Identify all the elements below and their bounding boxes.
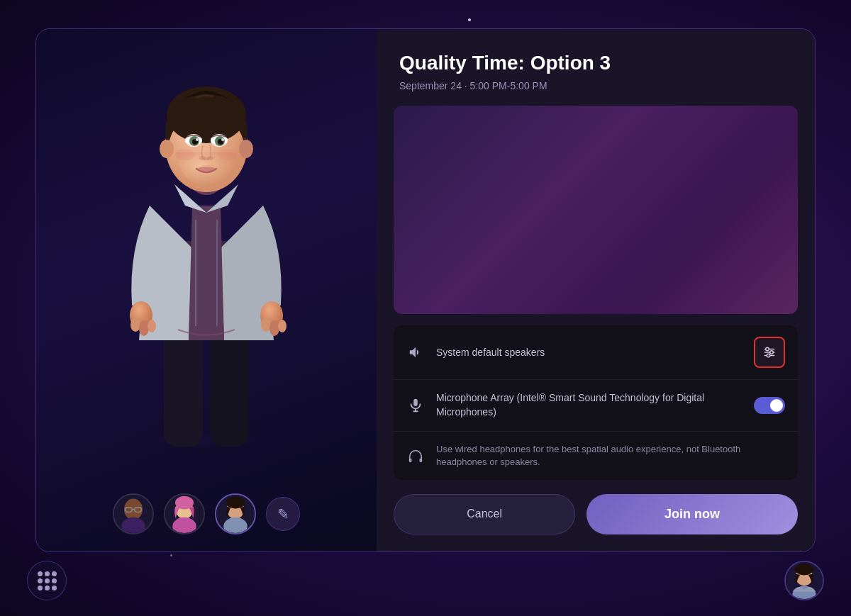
user-avatar-button[interactable] bbox=[784, 561, 824, 600]
left-panel: ✎ bbox=[36, 29, 377, 551]
mic-icon bbox=[406, 398, 425, 413]
grid-dot bbox=[52, 578, 57, 583]
main-card: ✎ Quality Time: Option 3 September 24 · … bbox=[35, 28, 816, 552]
grid-dot bbox=[52, 586, 57, 590]
cancel-button[interactable]: Cancel bbox=[394, 494, 575, 534]
headphones-icon bbox=[406, 448, 425, 464]
toggle-thumb bbox=[770, 399, 783, 412]
grid-dot bbox=[45, 586, 50, 590]
svg-rect-53 bbox=[409, 458, 412, 462]
svg-point-27 bbox=[206, 156, 213, 160]
svg-point-45 bbox=[766, 348, 769, 352]
speaker-settings-action bbox=[754, 337, 785, 368]
grid-icon bbox=[38, 571, 57, 590]
spatial-audio-row: Use wired headphones for the best spatia… bbox=[394, 432, 798, 480]
svg-point-25 bbox=[221, 138, 224, 141]
avatar-selectors: ✎ bbox=[36, 493, 377, 534]
action-bar: Cancel Join now bbox=[377, 480, 815, 551]
grid-dot bbox=[38, 571, 43, 576]
svg-point-57 bbox=[795, 564, 813, 576]
speaker-row: System default speakers bbox=[394, 325, 798, 380]
svg-point-12 bbox=[278, 320, 287, 332]
grid-dot bbox=[45, 578, 50, 583]
svg-point-17 bbox=[239, 140, 253, 158]
event-datetime: September 24 · 5:00 PM-5:00 PM bbox=[399, 80, 792, 91]
svg-point-49 bbox=[767, 354, 770, 358]
svg-point-6 bbox=[130, 318, 140, 332]
svg-point-16 bbox=[160, 140, 174, 158]
grid-dot bbox=[52, 571, 57, 576]
event-header: Quality Time: Option 3 September 24 · 5:… bbox=[377, 29, 815, 106]
mic-toggle-action bbox=[754, 397, 785, 414]
avatar-thumb-3[interactable] bbox=[215, 493, 256, 534]
edit-avatar-button[interactable]: ✎ bbox=[266, 497, 300, 531]
svg-point-0 bbox=[135, 418, 277, 447]
audio-settings-button[interactable] bbox=[754, 337, 785, 368]
avatar-container bbox=[36, 29, 377, 495]
avatar-thumb-1[interactable] bbox=[113, 493, 154, 534]
svg-point-26 bbox=[199, 156, 206, 160]
mic-toggle[interactable] bbox=[754, 397, 785, 414]
svg-point-8 bbox=[148, 320, 156, 332]
edit-icon: ✎ bbox=[277, 505, 289, 522]
event-preview bbox=[394, 106, 798, 314]
svg-point-29 bbox=[218, 149, 238, 160]
grid-dot bbox=[38, 578, 43, 583]
svg-point-24 bbox=[196, 138, 199, 141]
spatial-audio-tip: Use wired headphones for the best spatia… bbox=[436, 443, 742, 469]
join-now-button[interactable]: Join now bbox=[586, 494, 798, 534]
speaker-icon bbox=[406, 345, 425, 360]
svg-point-7 bbox=[139, 320, 149, 336]
svg-point-42 bbox=[226, 497, 245, 509]
right-panel: Quality Time: Option 3 September 24 · 5:… bbox=[377, 29, 815, 551]
svg-point-11 bbox=[269, 320, 279, 336]
svg-point-47 bbox=[770, 351, 774, 354]
svg-point-38 bbox=[175, 496, 194, 510]
menu-grid-button[interactable] bbox=[27, 561, 67, 600]
event-title: Quality Time: Option 3 bbox=[399, 52, 792, 74]
avatar-thumb-2[interactable] bbox=[164, 493, 205, 534]
mic-row: Microphone Array (Intel® Smart Sound Tec… bbox=[394, 380, 798, 431]
svg-point-28 bbox=[175, 149, 195, 160]
svg-rect-50 bbox=[413, 399, 418, 406]
mic-label: Microphone Array (Intel® Smart Sound Tec… bbox=[436, 391, 742, 419]
audio-settings-panel: System default speakers bbox=[394, 325, 798, 480]
avatar-main bbox=[86, 64, 327, 461]
svg-point-10 bbox=[261, 318, 271, 332]
speaker-label: System default speakers bbox=[436, 346, 742, 360]
grid-dot bbox=[45, 571, 50, 576]
svg-rect-54 bbox=[420, 458, 423, 462]
grid-dot bbox=[38, 586, 43, 590]
